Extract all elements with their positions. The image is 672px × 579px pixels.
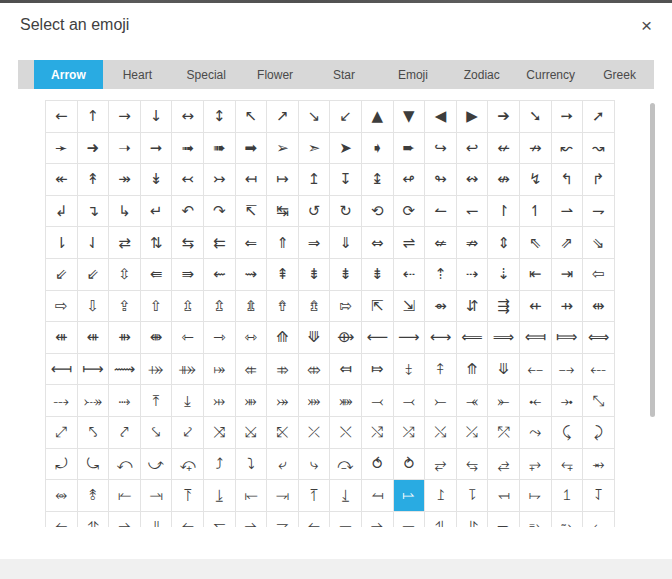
emoji-cell[interactable]: ⥃: [457, 449, 488, 480]
emoji-cell[interactable]: ⇡: [425, 259, 456, 290]
emoji-cell[interactable]: ⥥: [141, 512, 172, 527]
emoji-cell[interactable]: ↠: [109, 164, 140, 195]
emoji-cell[interactable]: ⤦: [172, 417, 203, 448]
emoji-cell[interactable]: ↱: [583, 164, 614, 195]
emoji-cell[interactable]: ⥉: [78, 480, 109, 511]
emoji-cell[interactable]: ⤂: [236, 354, 267, 385]
emoji-cell[interactable]: ➡: [236, 133, 267, 164]
emoji-cell[interactable]: ⟻: [46, 354, 77, 385]
emoji-cell[interactable]: ⥝: [457, 480, 488, 511]
emoji-cell[interactable]: ↾: [488, 196, 519, 227]
emoji-cell[interactable]: ↽: [457, 196, 488, 227]
emoji-cell[interactable]: ➘: [520, 101, 551, 132]
emoji-cell[interactable]: ⥫: [330, 512, 361, 527]
emoji-cell[interactable]: ↖: [236, 101, 267, 132]
emoji-cell[interactable]: ⇚: [141, 259, 172, 290]
emoji-cell[interactable]: ⥩: [267, 512, 298, 527]
emoji-cell[interactable]: ⤳: [520, 417, 551, 448]
emoji-cell[interactable]: ↡: [141, 164, 172, 195]
emoji-cell[interactable]: ⥦: [172, 512, 203, 527]
emoji-cell[interactable]: ↕: [204, 101, 235, 132]
emoji-cell[interactable]: ⥄: [488, 449, 519, 480]
emoji-cell[interactable]: ⟶: [394, 322, 425, 353]
emoji-cell[interactable]: ⇭: [236, 291, 267, 322]
emoji-cell[interactable]: ↤: [236, 164, 267, 195]
emoji-cell[interactable]: ↛: [520, 133, 551, 164]
tab-heart[interactable]: Heart: [103, 60, 172, 89]
emoji-cell[interactable]: ➢: [267, 133, 298, 164]
emoji-cell[interactable]: ⤶: [267, 449, 298, 480]
emoji-cell[interactable]: ↺: [299, 196, 330, 227]
emoji-cell[interactable]: ➞: [141, 133, 172, 164]
emoji-cell[interactable]: ⥔: [172, 480, 203, 511]
emoji-cell[interactable]: ⇐: [236, 227, 267, 258]
emoji-cell[interactable]: ⤻: [141, 449, 172, 480]
emoji-cell[interactable]: ⤙: [362, 385, 393, 416]
emoji-cell[interactable]: ↶: [172, 196, 203, 227]
emoji-cell[interactable]: ⇙: [78, 259, 109, 290]
emoji-cell[interactable]: ⇟: [299, 259, 330, 290]
emoji-cell[interactable]: ⤎: [583, 354, 614, 385]
emoji-cell[interactable]: ↧: [330, 164, 361, 195]
emoji-cell[interactable]: ⟺: [583, 322, 614, 353]
emoji-cell[interactable]: ⇦: [583, 259, 614, 290]
emoji-cell[interactable]: ⤣: [78, 417, 109, 448]
emoji-cell[interactable]: ➔: [488, 101, 519, 132]
emoji-cell[interactable]: ⤷: [299, 449, 330, 480]
emoji-cell[interactable]: ⥜: [425, 480, 456, 511]
emoji-cell[interactable]: ⥟: [520, 480, 551, 511]
emoji-cell[interactable]: ⤿: [78, 449, 109, 480]
emoji-cell[interactable]: ⟼: [78, 354, 109, 385]
emoji-cell[interactable]: ↙: [330, 101, 361, 132]
emoji-cell[interactable]: ↴: [78, 196, 109, 227]
emoji-cell[interactable]: ⥭: [394, 512, 425, 527]
tab-star[interactable]: Star: [310, 60, 379, 89]
emoji-cell[interactable]: ➤: [330, 133, 361, 164]
emoji-cell[interactable]: ↭: [457, 164, 488, 195]
emoji-cell[interactable]: ⥧: [204, 512, 235, 527]
emoji-cell[interactable]: ⟽: [520, 322, 551, 353]
emoji-cell[interactable]: ↦: [267, 164, 298, 195]
emoji-cell[interactable]: ⤾: [46, 449, 77, 480]
emoji-cell[interactable]: ⥁: [394, 449, 425, 480]
emoji-cell[interactable]: ⇤: [520, 259, 551, 290]
emoji-cell[interactable]: ↷: [204, 196, 235, 227]
emoji-cell[interactable]: ↗: [267, 101, 298, 132]
emoji-cell[interactable]: ⥮: [425, 512, 456, 527]
emoji-cell[interactable]: ⇅: [141, 227, 172, 258]
emoji-cell[interactable]: ↲: [46, 196, 77, 227]
emoji-cell[interactable]: ↰: [552, 164, 583, 195]
emoji-cell[interactable]: ⤫: [299, 417, 330, 448]
emoji-cell[interactable]: ⥕: [204, 480, 235, 511]
emoji-cell[interactable]: ⥰: [488, 512, 519, 527]
emoji-cell[interactable]: ⤮: [394, 417, 425, 448]
emoji-cell[interactable]: ⤒: [141, 385, 172, 416]
emoji-cell[interactable]: ↟: [78, 164, 109, 195]
emoji-cell[interactable]: ⇜: [204, 259, 235, 290]
emoji-cell[interactable]: ⤌: [520, 354, 551, 385]
emoji-cell[interactable]: ◀: [425, 101, 456, 132]
emoji-cell[interactable]: ⥚: [362, 480, 393, 511]
emoji-cell[interactable]: ↬: [425, 164, 456, 195]
emoji-cell[interactable]: ↨: [362, 164, 393, 195]
emoji-cell[interactable]: ⇢: [457, 259, 488, 290]
emoji-cell[interactable]: ⥈: [46, 480, 77, 511]
emoji-cell[interactable]: ⇴: [425, 291, 456, 322]
emoji-cell[interactable]: ⥢: [46, 512, 77, 527]
close-icon[interactable]: ×: [641, 16, 652, 35]
tab-arrow[interactable]: Arrow: [34, 60, 103, 89]
emoji-cell[interactable]: ⇺: [46, 322, 77, 353]
emoji-cell[interactable]: ⇪: [109, 291, 140, 322]
emoji-cell[interactable]: ⤼: [330, 449, 361, 480]
emoji-cell[interactable]: ⥘: [299, 480, 330, 511]
emoji-cell[interactable]: ➟: [172, 133, 203, 164]
emoji-cell[interactable]: ⇨: [46, 291, 77, 322]
emoji-cell[interactable]: ⇽: [172, 322, 203, 353]
emoji-cell[interactable]: ⤐: [78, 385, 109, 416]
emoji-cell[interactable]: ↼: [425, 196, 456, 227]
emoji-cell[interactable]: ⤬: [330, 417, 361, 448]
emoji-cell[interactable]: ↑: [78, 101, 109, 132]
emoji-cell[interactable]: ⥀: [362, 449, 393, 480]
emoji-cell[interactable]: ⇧: [141, 291, 172, 322]
emoji-cell[interactable]: ⤺: [109, 449, 140, 480]
